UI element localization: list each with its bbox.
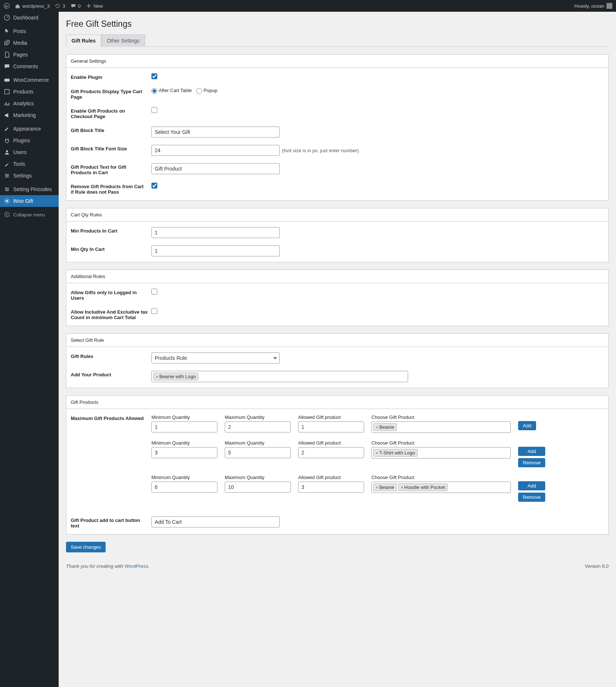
user-icon (4, 149, 10, 156)
sidebar-item-settings[interactable]: Settings (0, 170, 59, 182)
tab-other-settings[interactable]: Other Settings (101, 34, 145, 47)
tag-remove-icon[interactable]: × (376, 451, 378, 455)
add-button[interactable]: Add (518, 421, 536, 430)
sidebar-item-posts[interactable]: Posts (0, 25, 59, 37)
analytics-icon (4, 100, 10, 107)
remove-button[interactable]: Remove (518, 493, 545, 502)
tag-item[interactable]: ×T-Shirt with Logo (373, 449, 418, 457)
sidebar-item-users[interactable]: Users (0, 146, 59, 158)
updates[interactable]: 3 (55, 3, 65, 9)
panel-general-settings: General Settings Enable Plugin Gift Prod… (66, 54, 609, 201)
sidebar-item-tools[interactable]: Tools (0, 158, 59, 170)
tag-label: Beanie (379, 485, 394, 490)
sidebar-item-woo-gift[interactable]: Woo Gift (0, 195, 59, 207)
panel-heading: Gift Products (66, 396, 608, 409)
avatar-icon (606, 3, 612, 9)
footer-wordpress-link[interactable]: WordPress (125, 563, 148, 569)
radio-popup[interactable] (196, 88, 202, 94)
sidebar-item-woocommerce[interactable]: WooCommerce (0, 74, 59, 86)
sidebar-item-appearance[interactable]: Appearance (0, 123, 59, 135)
save-button[interactable]: Save changes (66, 542, 106, 552)
input-max-qty[interactable] (225, 421, 291, 432)
input-min-qty[interactable] (151, 245, 280, 256)
svg-point-8 (6, 176, 7, 178)
sidebar-item-label: Products (13, 89, 33, 95)
svg-rect-3 (4, 78, 10, 81)
sidebar-item-comments[interactable]: Comments (0, 61, 59, 72)
input-min-qty[interactable] (151, 447, 217, 458)
svg-point-11 (6, 190, 7, 191)
tagbox-add-product[interactable]: ×Beanie with Logo (151, 371, 408, 382)
column-label: Choose Gift Product (371, 440, 511, 446)
updates-count: 3 (62, 3, 65, 9)
input-allowed-gift[interactable] (298, 447, 364, 458)
add-button[interactable]: Add (518, 447, 545, 456)
input-min-qty[interactable] (151, 421, 217, 432)
tab-gift-rules[interactable]: Gift Rules (66, 34, 101, 47)
tagbox-choose-gift[interactable]: ×Beanie (371, 421, 511, 433)
wrench-icon (4, 161, 10, 167)
input-allowed-gift[interactable] (298, 482, 364, 493)
column-label: Allowed Gift product (298, 440, 364, 446)
sidebar-item-label: Marketing (13, 112, 36, 118)
comments[interactable]: 0 (70, 3, 81, 9)
tag-remove-icon[interactable]: × (401, 485, 403, 490)
sidebar-item-label: Appearance (13, 126, 41, 132)
checkbox-incl-excl[interactable] (151, 308, 157, 314)
input-block-title[interactable] (151, 127, 280, 138)
input-add-to-cart-text[interactable] (151, 516, 280, 527)
products-icon (4, 88, 10, 95)
tag-item[interactable]: ×Hoodie with Pocket (398, 483, 448, 491)
footer-version: Version 6.0 (585, 563, 609, 569)
radio-after-cart-table-wrap[interactable]: After Cart Table (151, 88, 192, 94)
input-min-qty[interactable] (151, 482, 217, 493)
select-gift-rules[interactable]: Products Rule (151, 352, 280, 363)
input-min-products[interactable] (151, 227, 280, 238)
remove-button[interactable]: Remove (518, 458, 545, 467)
account-menu[interactable]: Howdy, ocean (575, 3, 612, 9)
input-allowed-gift[interactable] (298, 421, 364, 432)
panel-additional-rules: Additional Rules Allow Gifts only to Log… (66, 270, 609, 326)
add-button[interactable]: Add (518, 481, 545, 490)
sidebar-item-dashboard[interactable]: Dashboard (0, 12, 59, 23)
tag-remove-icon[interactable]: × (156, 374, 158, 379)
new-content[interactable]: New (86, 3, 103, 9)
tag-item[interactable]: ×Beanie (373, 423, 397, 431)
sidebar-item-setting-pincodes[interactable]: Setting Pincodes (0, 183, 59, 195)
footer: Thank you for creating with WordPress. V… (66, 563, 609, 569)
tag-remove-icon[interactable]: × (376, 425, 378, 430)
radio-label: Popup (203, 88, 217, 93)
sidebar-item-products[interactable]: Products (0, 86, 59, 98)
sidebar-item-label: Tools (13, 161, 25, 167)
checkbox-remove-rule[interactable] (151, 183, 157, 189)
tag-item[interactable]: ×Beanie (373, 483, 397, 491)
input-max-qty[interactable] (225, 447, 291, 458)
site-name[interactable]: wordpress_3 (15, 3, 50, 9)
sidebar-item-plugins[interactable]: Plugins (0, 135, 59, 146)
sidebar-item-analytics[interactable]: Analytics (0, 98, 59, 109)
column-label: Maximum Quantity (225, 414, 291, 420)
home-icon (15, 3, 21, 9)
sidebar-item-pages[interactable]: Pages (0, 49, 59, 61)
checkbox-logged-in[interactable] (151, 289, 157, 295)
tagbox-choose-gift[interactable]: ×T-Shirt with Logo (371, 447, 511, 458)
tag-item[interactable]: ×Beanie with Logo (153, 373, 198, 380)
radio-popup-wrap[interactable]: Popup (196, 88, 217, 94)
sidebar-item-label: Analytics (13, 101, 34, 106)
input-product-text[interactable] (151, 163, 280, 174)
sidebar-item-marketing[interactable]: Marketing (0, 109, 59, 121)
input-max-qty[interactable] (225, 482, 291, 493)
tagbox-choose-gift[interactable]: ×Beanie×Hoodie with Pocket (371, 482, 511, 493)
svg-point-13 (5, 212, 10, 217)
input-font-size[interactable] (151, 145, 280, 156)
checkbox-enable-checkout[interactable] (151, 107, 157, 113)
greeting: Howdy, ocean (575, 3, 604, 9)
radio-label: After Cart Table (159, 88, 192, 93)
radio-after-cart-table[interactable] (151, 88, 157, 94)
tag-remove-icon[interactable]: × (376, 485, 378, 490)
sidebar-collapse[interactable]: Collapse menu (0, 209, 59, 220)
wp-logo[interactable] (4, 3, 10, 9)
sidebar-item-media[interactable]: Media (0, 37, 59, 49)
panel-cart-qty-rules: Cart Qty Rules Min Products In Cart Min … (66, 208, 609, 262)
checkbox-enable-plugin[interactable] (151, 73, 157, 79)
